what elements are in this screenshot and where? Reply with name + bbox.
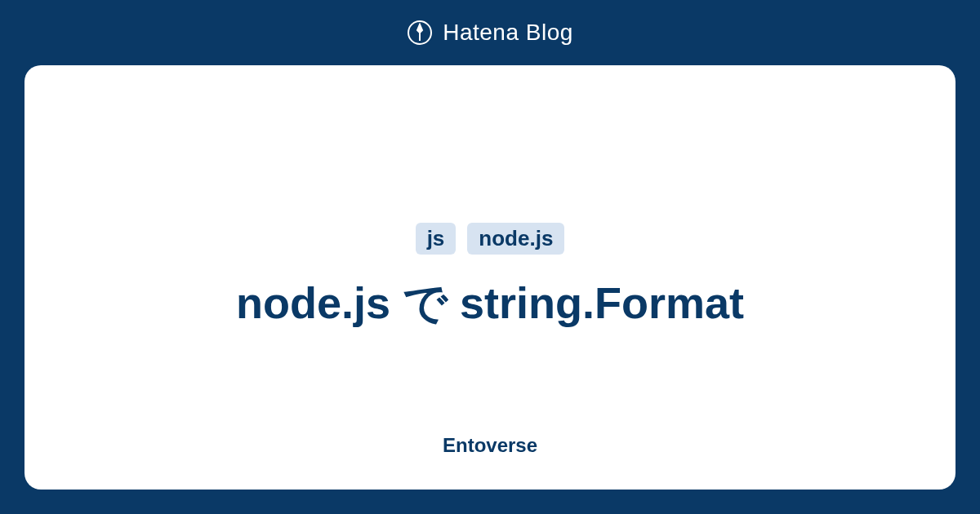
article-title: node.js で string.Format: [236, 274, 744, 331]
hatena-logo-icon: [407, 20, 433, 46]
tag-item: js: [416, 223, 457, 255]
header: Hatena Blog: [0, 0, 980, 65]
tag-item: node.js: [467, 223, 564, 255]
author-name: Entoverse: [443, 434, 537, 457]
brand-text: Hatena Blog: [443, 20, 573, 46]
tag-list: js node.js: [416, 223, 565, 255]
content-card: js node.js node.js で string.Format Entov…: [24, 65, 956, 490]
